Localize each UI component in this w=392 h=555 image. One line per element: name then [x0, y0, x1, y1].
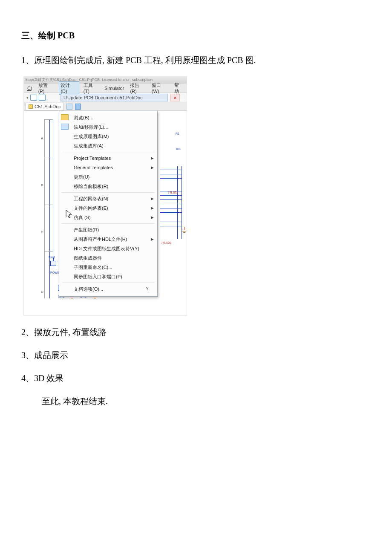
menu-item-doc-options[interactable]: 文档选项(O)... Y — [59, 284, 157, 294]
design-dropdown-menu: 浏览(B)... 添加/移除库(L)... 生成原理图库(M) 生成集成库(A)… — [59, 111, 158, 297]
step-4-text: 4、3D 效果 — [21, 371, 371, 385]
document-tab[interactable]: C51.SchDoc — [26, 103, 64, 110]
menu-separator — [62, 152, 155, 152]
menu-item-rename-child[interactable]: 子图重新命名(C)... — [59, 263, 157, 272]
menu-item-project-netlist[interactable]: 工程的网络表(N) ▶ — [59, 194, 157, 203]
submenu-arrow-icon: ▶ — [151, 237, 154, 241]
submenu-arrow-icon: ▶ — [151, 165, 154, 170]
menu-item-gen-sch-lib[interactable]: 生成原理图库(M) — [59, 132, 157, 141]
submenu-arrow-icon: ▶ — [151, 156, 154, 160]
menu-item-browse[interactable]: 浏览(B)... — [59, 113, 157, 122]
menu-item-tools[interactable]: 工具(T) — [82, 81, 100, 95]
submenu-arrow-icon: ▶ — [151, 215, 154, 220]
menu-separator — [62, 192, 155, 193]
label-r1: R1 — [176, 132, 179, 135]
menu-item-simulate[interactable]: 仿真 (S) ▶ — [59, 213, 157, 222]
menu-item-add-remove-lib[interactable]: 添加/移除库(L)... — [59, 122, 157, 132]
menu-separator — [62, 223, 155, 224]
section-heading: 三、绘制 PCB — [21, 30, 371, 41]
label-10k: 10K — [176, 147, 181, 150]
step-2-text: 2、摆放元件, 布置线路 — [21, 325, 371, 339]
closing-text: 至此, 本教程结束. — [42, 394, 371, 408]
gnd-icon-3 — [182, 227, 187, 233]
submenu-arrow-icon: ▶ — [151, 206, 154, 210]
step-3-text: 3、成品展示 — [21, 348, 371, 362]
step-1-text: 1、原理图绘制完成后, 新建 PCB 工程, 利用原理图生成 PCB 图. — [21, 53, 371, 67]
menubar: C) 放置 (P) 设计 (D) 工具(T) Simulator 报告(R) 窗… — [24, 84, 187, 93]
label-74ls08: 74LS08 — [161, 241, 171, 244]
menu-item-hdl-from-symbol[interactable]: 从图表符产生HDL文件(H) ▶ — [59, 234, 157, 244]
ruler-mark-a: A — [41, 136, 43, 140]
menu-item-place[interactable]: 放置 (P) — [37, 81, 57, 95]
menu-item-sync-ports[interactable]: 同步图纸入口和端口(P) — [59, 272, 157, 281]
update-pcb-label: Update PCB Document c51.PcbDoc — [67, 95, 143, 100]
label-sw1: SW1 — [49, 256, 55, 259]
toolbar-zoom-icon[interactable] — [30, 95, 37, 101]
app-screenshot: ktop\新建文件夹\C51.SchDoc - C51.PrjPCB. Lice… — [23, 76, 187, 316]
browse-icon — [61, 114, 69, 120]
menu-item-sheet-gen-device[interactable]: 图纸生成器件 — [59, 253, 157, 263]
menu-item-update[interactable]: 更新(U) — [59, 172, 157, 182]
sidebar-icon-2[interactable] — [75, 104, 81, 110]
workspace: A B C D — [24, 111, 187, 315]
menu-item-simulator[interactable]: Simulator — [103, 85, 126, 92]
label-74ls32: 74LS32 — [168, 191, 178, 194]
menu-item-remove-template[interactable]: 移除当前模板(R) — [59, 182, 157, 191]
menu-item-file-netlist[interactable]: 文件的网络表(E) ▶ — [59, 203, 157, 213]
library-icon — [61, 124, 69, 130]
menu-item-project-templates[interactable]: Project Templates ▶ — [59, 153, 157, 163]
submenu-arrow-icon: ▶ — [151, 197, 154, 201]
close-icon[interactable]: × — [170, 94, 180, 101]
menu-item-help[interactable]: 帮助 — [173, 81, 185, 95]
menu-item-general-templates[interactable]: General Templates ▶ — [59, 163, 157, 172]
update-pcb-menu-item[interactable]: UUpdate PCB Document c51.PcbDoc — [61, 94, 168, 101]
menu-item-sheet-from-hdl[interactable]: HDL文件或图纸生成图表符V(Y) — [59, 244, 157, 253]
ruler-mark-d: D — [41, 290, 43, 294]
ruler-mark-c: C — [41, 230, 43, 234]
menu-separator — [62, 283, 155, 283]
menu-item-design[interactable]: 设计 (D) — [59, 81, 79, 95]
menu-item-window[interactable]: 窗口(W) — [150, 81, 170, 95]
comp-sw1 — [50, 261, 56, 266]
toolbar-row: ▾ UUpdate PCB Document c51.PcbDoc × — [24, 93, 187, 102]
menu-item-report[interactable]: 报告(R) — [128, 81, 147, 95]
ruler-mark-b: B — [41, 183, 43, 187]
menu-item-create-sheet[interactable]: 产生图纸(R) — [59, 225, 157, 234]
menu-item-gen-int-lib[interactable]: 生成集成库(A) — [59, 141, 157, 150]
toolbar-caret-icon[interactable]: ▾ — [26, 95, 29, 100]
document-tab-label: C51.SchDoc — [35, 104, 61, 109]
shortcut-hint: Y — [146, 286, 149, 291]
document-tab-row: C51.SchDoc — [24, 102, 187, 111]
toolbar-arrow-icon[interactable] — [39, 95, 46, 101]
schdoc-file-icon — [29, 104, 33, 109]
sidebar-icon-1[interactable] — [66, 104, 72, 110]
menu-item-c[interactable]: C) — [26, 85, 34, 92]
